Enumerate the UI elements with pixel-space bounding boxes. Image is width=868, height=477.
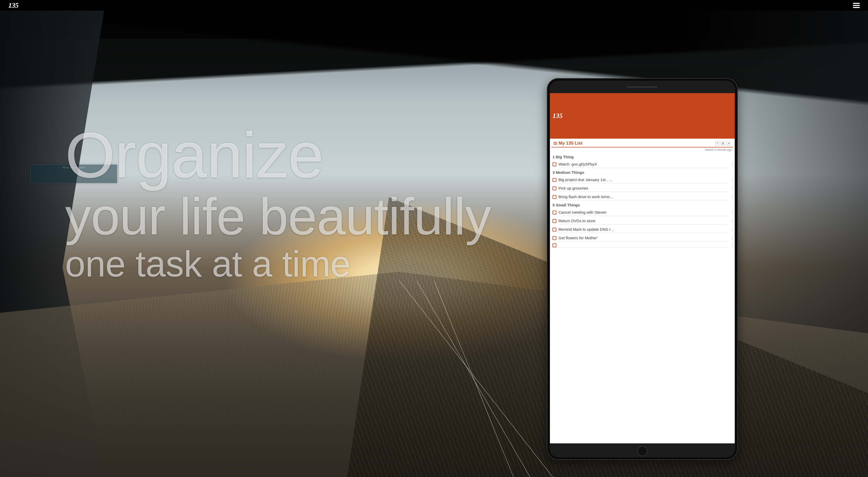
saved-status: saved a minute ago	[550, 148, 735, 153]
drag-handle-icon[interactable]	[731, 195, 733, 199]
task-label[interactable]: Return DVDs to store	[558, 218, 728, 225]
app-header: 135	[550, 93, 735, 139]
task-row: Big project due January 1st.. …	[550, 176, 735, 184]
section-title: 5 Small Things	[550, 201, 735, 208]
list-title[interactable]: My 135 List	[559, 141, 714, 146]
hero-line-1: Organize	[65, 123, 491, 188]
task-checkbox[interactable]	[553, 219, 556, 223]
phone-camera-icon	[642, 83, 643, 84]
task-row: Get flowers for Mother'	[550, 234, 735, 243]
list-header: My 135 List ?	[552, 139, 733, 148]
phone-speaker-icon	[627, 86, 658, 88]
topbar: 135	[0, 0, 868, 10]
pencil-icon	[727, 142, 730, 145]
section-title: 1 Big Thing	[550, 153, 735, 160]
task-row: Cancel meeting with Steven	[550, 208, 735, 217]
hero-line-3: one task at a time	[65, 246, 491, 283]
task-row: Remind Mark to update DNS r…	[550, 225, 735, 234]
edit-button[interactable]	[726, 141, 731, 146]
hero-left-wall-decoration	[0, 10, 104, 477]
drag-handle-icon[interactable]	[731, 228, 733, 231]
task-label[interactable]	[558, 243, 728, 247]
drag-handle-icon[interactable]	[731, 187, 733, 190]
site-logo[interactable]: 135	[8, 1, 19, 9]
task-checkbox[interactable]	[553, 187, 556, 190]
task-row: Watch: goo.gl/ySPbyX	[550, 160, 735, 169]
task-label[interactable]: Cancel meeting with Steven	[558, 209, 728, 216]
hero-line-2: your life beautifully	[65, 190, 491, 243]
hero-platform-decoration	[0, 272, 868, 477]
task-row: Return DVDs to store	[550, 217, 735, 225]
drag-handle-icon[interactable]	[731, 178, 733, 182]
task-label[interactable]: Bring flash drive to work tomo…	[558, 193, 728, 200]
task-checkbox[interactable]	[553, 211, 556, 215]
task-checkbox[interactable]	[553, 162, 556, 166]
drag-handle-icon[interactable]	[731, 244, 733, 247]
close-icon	[721, 142, 724, 145]
list-icon[interactable]	[554, 142, 557, 145]
drag-handle-icon[interactable]	[731, 236, 733, 240]
task-row	[550, 243, 735, 248]
tasks-container: 1 Big ThingWatch: goo.gl/ySPbyX3 Medium …	[550, 153, 735, 248]
hero-roof-decoration	[0, 10, 868, 151]
task-row: Bring flash drive to work tomo…	[550, 193, 735, 201]
drag-handle-icon[interactable]	[731, 211, 733, 214]
app-logo[interactable]: 135	[553, 112, 563, 120]
menu-icon[interactable]	[853, 3, 860, 8]
phone-mockup: 135 My 135 List ? saved a minute ago 1 B…	[547, 78, 738, 460]
task-row: Pick up groceries	[550, 184, 735, 193]
close-button[interactable]	[721, 141, 725, 146]
hero-section: Organize your life beautifully one task …	[0, 10, 868, 477]
hero-headline: Organize your life beautifully one task …	[65, 123, 491, 283]
task-checkbox[interactable]	[553, 244, 556, 247]
task-checkbox[interactable]	[553, 178, 556, 182]
task-label[interactable]: Watch: goo.gl/ySPbyX	[558, 161, 728, 168]
task-label[interactable]: Pick up groceries	[558, 185, 728, 192]
app-screen: 135 My 135 List ? saved a minute ago 1 B…	[550, 93, 735, 443]
drag-handle-icon[interactable]	[731, 163, 733, 166]
task-label[interactable]: Remind Mark to update DNS r…	[558, 226, 728, 233]
section-title: 3 Medium Things	[550, 169, 735, 176]
task-checkbox[interactable]	[553, 228, 556, 231]
help-button[interactable]: ?	[715, 141, 720, 146]
station-sign	[30, 164, 117, 183]
task-label[interactable]: Big project due January 1st.. …	[558, 177, 728, 183]
task-checkbox[interactable]	[553, 195, 556, 199]
phone-home-button	[637, 446, 648, 456]
task-label[interactable]: Get flowers for Mother'	[558, 234, 728, 242]
task-checkbox[interactable]	[553, 236, 556, 240]
drag-handle-icon[interactable]	[731, 219, 733, 223]
